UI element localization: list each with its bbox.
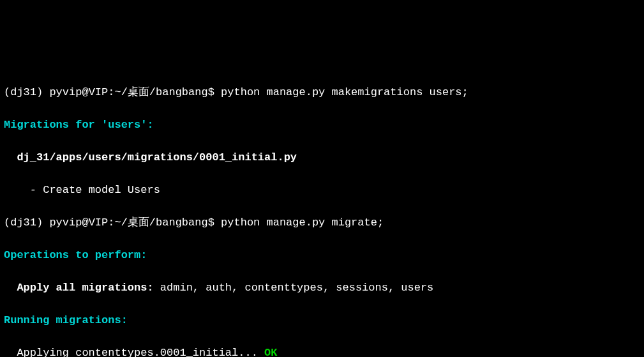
path: :~/桌面/bangbang$	[108, 86, 221, 98]
command-text: python manage.py makemigrations users;	[221, 86, 468, 98]
terminal-output[interactable]: (dj31) pyvip@VIP:~/桌面/bangbang$ python m…	[4, 68, 640, 357]
venv-indicator: (dj31)	[4, 216, 49, 229]
apply-migrations-line: Apply all migrations: admin, auth, conte…	[4, 280, 640, 296]
operations-header: Operations to perform:	[4, 247, 640, 264]
running-header: Running migrations:	[4, 312, 640, 329]
prompt-line-2: (dj31) pyvip@VIP:~/桌面/bangbang$ python m…	[4, 215, 640, 231]
apply-list: admin, auth, contenttypes, sessions, use…	[154, 282, 434, 294]
user-host: pyvip@VIP	[49, 86, 108, 98]
migrations-header: Migrations for 'users':	[4, 117, 640, 133]
apply-label: Apply all migrations:	[17, 282, 153, 294]
migration-text: Applying contenttypes.0001_initial...	[17, 347, 264, 358]
status-ok: OK	[264, 347, 277, 358]
prompt-line-1: (dj31) pyvip@VIP:~/桌面/bangbang$ python m…	[4, 84, 640, 101]
migration-action: - Create model Users	[4, 182, 640, 199]
migration-list: Applying contenttypes.0001_initial... OK…	[4, 345, 640, 358]
migration-item: Applying contenttypes.0001_initial... OK	[4, 345, 640, 358]
venv-indicator: (dj31)	[4, 86, 49, 98]
path: :~/桌面/bangbang$	[108, 216, 221, 229]
migration-file: dj_31/apps/users/migrations/0001_initial…	[4, 149, 640, 166]
user-host: pyvip@VIP	[49, 216, 108, 229]
command-text: python manage.py migrate;	[221, 216, 384, 229]
